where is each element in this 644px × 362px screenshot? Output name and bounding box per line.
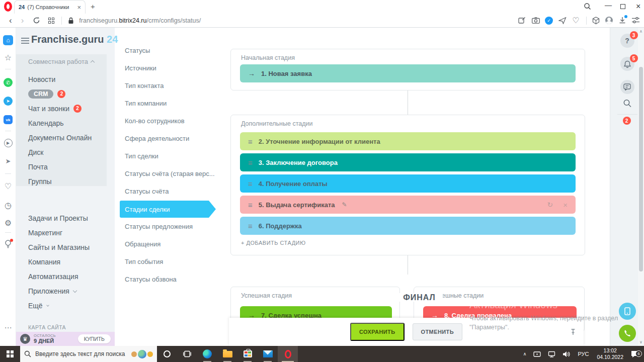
- settings-menu-item[interactable]: Сфера деятельности: [115, 130, 229, 147]
- edge-icon[interactable]: [197, 346, 217, 362]
- sidebar-item-more[interactable]: Ещё: [28, 298, 115, 313]
- profile-icon[interactable]: [605, 17, 613, 24]
- vpn-shield-icon[interactable]: ✓: [545, 17, 553, 25]
- my-flow-icon[interactable]: ➤: [0, 157, 16, 165]
- search-doodle-planets[interactable]: [131, 350, 153, 358]
- settings-menu-item[interactable]: Кол-во сотрудников: [115, 112, 229, 130]
- forward-button[interactable]: ›: [21, 16, 24, 25]
- buy-button[interactable]: КУПИТЬ: [78, 334, 111, 343]
- tray-network-icon[interactable]: [544, 351, 559, 357]
- send-to-device-icon[interactable]: [558, 16, 567, 25]
- settings-menu-item[interactable]: Тип сделки: [115, 147, 229, 165]
- settings-menu-item[interactable]: Тип контакта: [115, 77, 229, 95]
- opera-taskbar-icon[interactable]: [278, 346, 298, 362]
- delete-stage-icon[interactable]: ×: [563, 201, 568, 209]
- cancel-button[interactable]: ОТМЕНИТЬ: [413, 323, 462, 340]
- easy-setup-sliders-icon[interactable]: [631, 16, 640, 25]
- sidebar-item-groups[interactable]: Группы: [28, 174, 115, 189]
- sidebar-item-apps[interactable]: Приложения: [28, 284, 115, 298]
- sidebar-item-company[interactable]: Компания: [28, 254, 115, 269]
- back-button[interactable]: ‹: [9, 16, 12, 25]
- sidebar-more-icon[interactable]: ⋯: [0, 323, 16, 332]
- settings-menu-item[interactable]: Статусы предложения: [115, 218, 229, 235]
- sidebar-item-crm[interactable]: CRM2: [28, 86, 115, 101]
- new-tab-button[interactable]: +: [91, 2, 95, 11]
- drag-handle-icon[interactable]: ≡: [248, 179, 253, 188]
- sidebar-item-calendar[interactable]: Календарь: [28, 116, 115, 130]
- help-button[interactable]: ? 3: [620, 34, 634, 48]
- pin-icon[interactable]: [571, 328, 576, 336]
- mobile-app-button[interactable]: [619, 303, 636, 320]
- start-button[interactable]: [0, 346, 20, 362]
- settings-menu-item[interactable]: Статусы: [115, 42, 229, 59]
- drag-handle-icon[interactable]: ≡: [248, 137, 253, 146]
- browser-tab[interactable]: 24 (7) Справочники ×: [14, 0, 86, 14]
- rail-search-icon[interactable]: [623, 99, 631, 108]
- telegram-icon[interactable]: ➤: [0, 97, 16, 106]
- tray-volume-icon[interactable]: [559, 351, 574, 357]
- sidebar-item-mail[interactable]: Почта: [28, 159, 115, 174]
- window-maximize-button[interactable]: [620, 4, 625, 9]
- sidebar-item-news[interactable]: Новости: [28, 72, 115, 86]
- settings-menu-item[interactable]: Статусы обзвона: [115, 270, 229, 288]
- downloads-icon[interactable]: [618, 16, 626, 25]
- sidebar-item-marketing[interactable]: Маркетинг: [28, 225, 115, 240]
- settings-menu-item[interactable]: Тип события: [115, 253, 229, 270]
- save-button[interactable]: СОХРАНИТЬ: [350, 323, 405, 341]
- reset-color-icon[interactable]: ↻: [547, 201, 553, 209]
- scroll-up-icon[interactable]: ∧: [638, 29, 644, 34]
- menu-burger-icon[interactable]: [21, 38, 29, 45]
- stage-bar[interactable]: ≡ 5. Выдача сертификата ✎ ↻ ×: [240, 196, 576, 214]
- settings-menu-item[interactable]: Тип компании: [115, 95, 229, 112]
- settings-gear-icon[interactable]: ⚙: [0, 218, 16, 228]
- speed-dial-home-icon[interactable]: ⌂: [0, 35, 16, 45]
- player-icon[interactable]: ▶: [0, 139, 16, 147]
- settings-menu-item[interactable]: Стадии сделки: [120, 201, 209, 218]
- sidebar-item-chat[interactable]: Чат и звонки2: [28, 101, 115, 116]
- taskbar-search-input[interactable]: Введите здесь текст для поиска: [20, 346, 157, 362]
- chat-button[interactable]: [620, 80, 634, 94]
- task-view-icon[interactable]: [177, 346, 197, 362]
- sidebar-item-docs[interactable]: Документы Онлайн: [28, 130, 115, 145]
- drag-handle-icon[interactable]: ≡: [248, 222, 253, 230]
- language-indicator[interactable]: РУС: [574, 351, 593, 357]
- lock-icon[interactable]: [68, 17, 74, 24]
- window-minimize-button[interactable]: —: [605, 1, 612, 9]
- sidebar-group-label[interactable]: Совместная работа: [28, 58, 94, 65]
- tips-bulb-icon[interactable]: [0, 240, 16, 248]
- sidebar-item-tasks[interactable]: Задачи и Проекты: [28, 211, 115, 225]
- settings-menu-item[interactable]: Статусы счёта (старая верс...: [115, 165, 229, 183]
- whatsapp-icon[interactable]: ✆: [0, 78, 16, 87]
- stage-bar[interactable]: ≡ 4. Получение оплаты ✎ ↻ ×: [240, 174, 576, 193]
- sidebar-item-automation[interactable]: Автоматизация: [28, 269, 115, 284]
- sidebar-item-sites[interactable]: Сайты и Магазины: [28, 240, 115, 254]
- window-close-button[interactable]: ×: [636, 2, 640, 11]
- bookmark-heart-icon[interactable]: ♡: [572, 16, 580, 25]
- tray-display-icon[interactable]: [530, 351, 544, 357]
- pinboards-star-icon[interactable]: ☆: [0, 53, 16, 62]
- page-scrollbar[interactable]: ∧ ∨: [638, 28, 644, 346]
- telephony-button[interactable]: [619, 325, 636, 342]
- stage-bar[interactable]: ≡ 2. Уточнение информации от клиента ✎ ↻…: [240, 132, 576, 150]
- mail-icon[interactable]: [258, 346, 278, 362]
- notifications-bell-button[interactable]: 5: [620, 57, 634, 71]
- bookmarks-heart-icon[interactable]: ♡: [0, 182, 16, 191]
- address-bar[interactable]: franchiseguru.bitrix24.ru/crm/configs/st…: [79, 17, 201, 24]
- add-stage-button[interactable]: + ДОБАВИТЬ СТАДИЮ: [241, 240, 306, 246]
- scrollbar-thumb[interactable]: [639, 67, 643, 272]
- snapshot-edit-icon[interactable]: [518, 16, 526, 25]
- drag-handle-icon[interactable]: ≡: [248, 201, 253, 209]
- cortana-ring-icon[interactable]: [157, 346, 177, 362]
- action-center-icon[interactable]: 6: [627, 350, 644, 358]
- scroll-down-icon[interactable]: ∨: [638, 340, 644, 344]
- settings-menu-item[interactable]: Статусы счёта: [115, 183, 229, 200]
- browser-search-icon[interactable]: [584, 3, 591, 10]
- tab-close-icon[interactable]: ×: [77, 4, 81, 11]
- camera-icon[interactable]: [531, 16, 540, 25]
- vk-icon[interactable]: vk: [0, 115, 16, 124]
- stage-bar[interactable]: ≡ 6. Поддержка ✎ ↻ ×: [240, 217, 576, 235]
- settings-menu-item[interactable]: Обращения: [115, 235, 229, 253]
- sidebar-item-disk[interactable]: Диск: [28, 145, 115, 159]
- speed-dial-icon[interactable]: [48, 18, 54, 24]
- settings-menu-item[interactable]: Источники: [115, 59, 229, 77]
